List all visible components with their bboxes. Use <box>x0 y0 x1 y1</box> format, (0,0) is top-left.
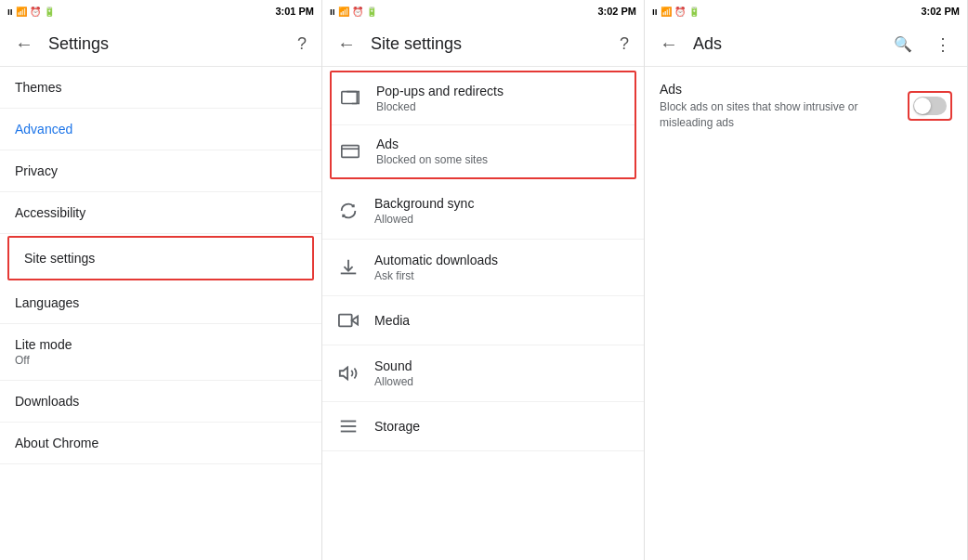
signal-icon: ıı <box>7 7 13 17</box>
settings-list: Themes Advanced Privacy Accessibility Si… <box>0 67 321 560</box>
settings-item-downloads[interactable]: Downloads <box>0 381 321 423</box>
accessibility-title: Accessibility <box>15 205 307 220</box>
ads-content: Ads Block ads on sites that show intrusi… <box>645 67 967 146</box>
ads-title: Ads <box>376 137 488 151</box>
settings-item-privacy[interactable]: Privacy <box>0 150 321 192</box>
svg-rect-1 <box>342 146 359 158</box>
signal-icons-3: ıı 📶 ⏰ 🔋 <box>652 7 700 17</box>
svg-marker-6 <box>340 368 347 380</box>
popup-ads-highlight: Pop-ups and redirects Blocked Ads Blocke… <box>330 71 636 179</box>
svg-marker-4 <box>352 316 358 324</box>
sound-text: Sound Allowed <box>374 358 413 388</box>
top-bar-2: ← Site settings ? <box>322 22 644 67</box>
sound-icon <box>337 362 360 384</box>
time-2: 3:02 PM <box>597 6 636 17</box>
site-item-storage[interactable]: Storage <box>322 402 644 451</box>
site-item-sound[interactable]: Sound Allowed <box>322 345 644 402</box>
sync-subtitle: Allowed <box>374 213 474 226</box>
lite-mode-title: Lite mode <box>15 337 307 352</box>
site-item-ads[interactable]: Ads Blocked on some sites <box>332 125 634 177</box>
top-bar-1: ← Settings ? <box>0 22 321 67</box>
time-1: 3:01 PM <box>275 6 314 17</box>
help-icon-2[interactable]: ? <box>620 34 629 54</box>
ads-panel-title: Ads <box>660 82 896 97</box>
site-settings-highlight: Site settings <box>7 236 314 280</box>
site-item-background-sync[interactable]: Background sync Allowed <box>322 183 644 240</box>
settings-item-lite-mode[interactable]: Lite mode Off <box>0 324 321 381</box>
top-bar-3: ← Ads 🔍 ⋮ <box>645 22 967 67</box>
settings-item-about-chrome[interactable]: About Chrome <box>0 423 321 464</box>
site-settings-title: Site settings <box>24 251 297 266</box>
settings-item-advanced[interactable]: Advanced <box>0 109 321 150</box>
popups-title: Pop-ups and redirects <box>376 84 504 98</box>
sync-text: Background sync Allowed <box>374 196 474 226</box>
sound-title: Sound <box>374 358 413 373</box>
auto-downloads-title: Automatic downloads <box>374 253 498 267</box>
themes-title: Themes <box>15 80 307 95</box>
signal-icons-2: ıı 📶 ⏰ 🔋 <box>330 7 377 17</box>
signal-icon-3: ıı <box>652 7 658 17</box>
alarm-icon: ⏰ <box>30 7 41 17</box>
advanced-title: Advanced <box>15 122 307 137</box>
ads-row: Ads Block ads on sites that show intrusi… <box>660 82 952 131</box>
back-button-3[interactable]: ← <box>660 33 678 55</box>
media-text: Media <box>374 313 410 328</box>
sound-subtitle: Allowed <box>374 375 413 388</box>
time-3: 3:02 PM <box>921 6 960 17</box>
ads-toggle[interactable] <box>913 97 947 115</box>
storage-text: Storage <box>374 419 420 434</box>
signal-icon-2: ıı <box>330 7 335 17</box>
popups-text: Pop-ups and redirects Blocked <box>376 84 504 113</box>
signal-icons-1: ıı 📶 ⏰ 🔋 <box>7 7 55 17</box>
site-item-popups[interactable]: Pop-ups and redirects Blocked <box>332 72 634 125</box>
settings-item-accessibility[interactable]: Accessibility <box>0 192 321 234</box>
panel-ads: ıı 📶 ⏰ 🔋 3:02 PM ← Ads 🔍 ⋮ Ads Block ads… <box>645 0 968 560</box>
settings-item-site-settings[interactable]: Site settings <box>9 238 312 279</box>
panel2-title: Site settings <box>371 34 605 54</box>
svg-rect-5 <box>339 315 352 327</box>
wifi-icon: 📶 <box>16 7 27 17</box>
media-icon <box>337 309 360 332</box>
ads-toggle-container <box>908 91 952 121</box>
battery-icon-3: 🔋 <box>688 7 700 17</box>
site-item-media[interactable]: Media <box>322 296 644 345</box>
wifi-icon-2: 📶 <box>338 7 349 17</box>
sync-icon <box>337 200 360 222</box>
panel1-title: Settings <box>48 34 282 54</box>
alarm-icon-2: ⏰ <box>352 7 363 17</box>
wifi-icon-3: 📶 <box>661 7 672 17</box>
about-chrome-title: About Chrome <box>15 436 307 450</box>
status-bar-3: ıı 📶 ⏰ 🔋 3:02 PM <box>645 0 967 22</box>
help-icon-1[interactable]: ? <box>297 34 307 54</box>
auto-downloads-subtitle: Ask first <box>374 269 498 282</box>
site-item-auto-downloads[interactable]: Automatic downloads Ask first <box>322 240 644 296</box>
more-icon-3[interactable]: ⋮ <box>935 34 952 55</box>
ads-subtitle: Blocked on some sites <box>376 153 488 166</box>
ads-text: Ads Blocked on some sites <box>376 137 488 166</box>
status-bar-2: ıı 📶 ⏰ 🔋 3:02 PM <box>322 0 644 22</box>
popups-subtitle: Blocked <box>376 100 504 113</box>
storage-title: Storage <box>374 419 420 434</box>
battery-icon: 🔋 <box>44 7 55 17</box>
languages-title: Languages <box>15 295 307 310</box>
panel-site-settings: ıı 📶 ⏰ 🔋 3:02 PM ← Site settings ? Pop-u… <box>322 0 645 560</box>
search-icon-3[interactable]: 🔍 <box>894 35 912 53</box>
panel-settings: ıı 📶 ⏰ 🔋 3:01 PM ← Settings ? Themes Adv… <box>0 0 322 560</box>
ads-icon <box>339 140 361 163</box>
settings-item-languages[interactable]: Languages <box>0 282 321 324</box>
back-button-2[interactable]: ← <box>337 33 356 55</box>
ads-description-block: Ads Block ads on sites that show intrusi… <box>660 82 896 131</box>
download-icon <box>337 256 360 279</box>
settings-item-themes[interactable]: Themes <box>0 67 321 109</box>
media-title: Media <box>374 313 410 328</box>
site-settings-list: Pop-ups and redirects Blocked Ads Blocke… <box>322 67 644 560</box>
panel3-title: Ads <box>693 34 879 54</box>
popup-icon <box>339 87 361 110</box>
ads-panel-desc: Block ads on sites that show intrusive o… <box>660 99 896 131</box>
alarm-icon-3: ⏰ <box>674 7 686 17</box>
back-button-1[interactable]: ← <box>15 33 33 55</box>
downloads-title: Downloads <box>15 394 307 409</box>
battery-icon-2: 🔋 <box>366 7 377 17</box>
sync-title: Background sync <box>374 196 474 211</box>
auto-downloads-text: Automatic downloads Ask first <box>374 253 498 282</box>
